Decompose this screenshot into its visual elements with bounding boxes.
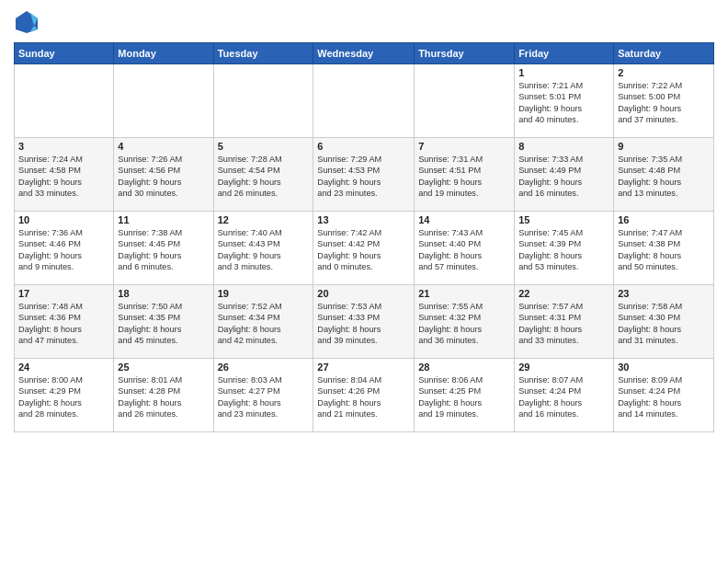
day-info: Sunrise: 7:55 AM Sunset: 4:32 PM Dayligh…: [418, 301, 510, 347]
day-cell: 24Sunrise: 8:00 AM Sunset: 4:29 PM Dayli…: [15, 359, 114, 432]
day-number: 29: [518, 362, 609, 373]
day-info: Sunrise: 7:22 AM Sunset: 5:00 PM Dayligh…: [618, 80, 710, 126]
day-number: 12: [218, 214, 310, 225]
page: SundayMondayTuesdayWednesdayThursdayFrid…: [0, 0, 728, 563]
day-info: Sunrise: 8:09 AM Sunset: 4:24 PM Dayligh…: [618, 374, 710, 420]
day-number: 1: [518, 67, 609, 78]
day-number: 23: [618, 288, 710, 299]
day-number: 30: [618, 362, 710, 373]
day-info: Sunrise: 7:24 AM Sunset: 4:58 PM Dayligh…: [18, 154, 109, 200]
weekday-header-monday: Monday: [114, 43, 213, 64]
day-info: Sunrise: 7:36 AM Sunset: 4:46 PM Dayligh…: [18, 227, 109, 273]
day-info: Sunrise: 7:21 AM Sunset: 5:01 PM Dayligh…: [518, 80, 609, 126]
day-info: Sunrise: 8:07 AM Sunset: 4:24 PM Dayligh…: [518, 374, 609, 420]
day-cell: 28Sunrise: 8:06 AM Sunset: 4:25 PM Dayli…: [415, 359, 515, 432]
day-info: Sunrise: 7:31 AM Sunset: 4:51 PM Dayligh…: [418, 154, 510, 200]
day-info: Sunrise: 8:03 AM Sunset: 4:27 PM Dayligh…: [218, 374, 310, 420]
day-cell: 17Sunrise: 7:48 AM Sunset: 4:36 PM Dayli…: [15, 285, 114, 359]
day-number: 22: [518, 288, 609, 299]
day-info: Sunrise: 7:47 AM Sunset: 4:38 PM Dayligh…: [618, 227, 710, 273]
day-info: Sunrise: 7:40 AM Sunset: 4:43 PM Dayligh…: [218, 227, 310, 273]
day-info: Sunrise: 7:35 AM Sunset: 4:48 PM Dayligh…: [618, 154, 710, 200]
day-cell: 8Sunrise: 7:33 AM Sunset: 4:49 PM Daylig…: [515, 138, 614, 212]
weekday-header-row: SundayMondayTuesdayWednesdayThursdayFrid…: [15, 43, 714, 64]
day-info: Sunrise: 7:52 AM Sunset: 4:34 PM Dayligh…: [218, 301, 310, 347]
weekday-header-tuesday: Tuesday: [213, 43, 313, 64]
day-number: 3: [18, 141, 109, 152]
day-number: 26: [218, 362, 310, 373]
day-number: 27: [317, 362, 410, 373]
day-cell: 23Sunrise: 7:58 AM Sunset: 4:30 PM Dayli…: [614, 285, 714, 359]
day-info: Sunrise: 8:00 AM Sunset: 4:29 PM Dayligh…: [18, 374, 109, 420]
weekday-header-wednesday: Wednesday: [313, 43, 415, 64]
week-row-4: 17Sunrise: 7:48 AM Sunset: 4:36 PM Dayli…: [15, 285, 714, 359]
day-number: 28: [418, 362, 510, 373]
logo-icon: [14, 9, 40, 35]
day-cell: 12Sunrise: 7:40 AM Sunset: 4:43 PM Dayli…: [213, 212, 313, 285]
day-cell: 9Sunrise: 7:35 AM Sunset: 4:48 PM Daylig…: [614, 138, 714, 212]
day-cell: 20Sunrise: 7:53 AM Sunset: 4:33 PM Dayli…: [313, 285, 415, 359]
day-cell: 25Sunrise: 8:01 AM Sunset: 4:28 PM Dayli…: [114, 359, 213, 432]
weekday-header-sunday: Sunday: [15, 43, 114, 64]
day-number: 10: [18, 214, 109, 225]
day-cell: 6Sunrise: 7:29 AM Sunset: 4:53 PM Daylig…: [313, 138, 415, 212]
day-cell: 4Sunrise: 7:26 AM Sunset: 4:56 PM Daylig…: [114, 138, 213, 212]
day-cell: [213, 64, 313, 138]
day-info: Sunrise: 7:45 AM Sunset: 4:39 PM Dayligh…: [518, 227, 609, 273]
day-info: Sunrise: 7:43 AM Sunset: 4:40 PM Dayligh…: [418, 227, 510, 273]
day-number: 15: [518, 214, 609, 225]
day-info: Sunrise: 7:42 AM Sunset: 4:42 PM Dayligh…: [317, 227, 410, 273]
day-cell: 29Sunrise: 8:07 AM Sunset: 4:24 PM Dayli…: [515, 359, 614, 432]
day-cell: [114, 64, 213, 138]
day-cell: 22Sunrise: 7:57 AM Sunset: 4:31 PM Dayli…: [515, 285, 614, 359]
day-cell: [415, 64, 515, 138]
day-info: Sunrise: 7:33 AM Sunset: 4:49 PM Dayligh…: [518, 154, 609, 200]
day-number: 13: [317, 214, 410, 225]
day-info: Sunrise: 8:01 AM Sunset: 4:28 PM Dayligh…: [118, 374, 209, 420]
day-info: Sunrise: 7:53 AM Sunset: 4:33 PM Dayligh…: [317, 301, 410, 347]
day-number: 2: [618, 67, 710, 78]
weekday-header-friday: Friday: [515, 43, 614, 64]
day-cell: 3Sunrise: 7:24 AM Sunset: 4:58 PM Daylig…: [15, 138, 114, 212]
day-cell: 1Sunrise: 7:21 AM Sunset: 5:01 PM Daylig…: [515, 64, 614, 138]
day-cell: 18Sunrise: 7:50 AM Sunset: 4:35 PM Dayli…: [114, 285, 213, 359]
day-number: 19: [218, 288, 310, 299]
day-cell: 5Sunrise: 7:28 AM Sunset: 4:54 PM Daylig…: [213, 138, 313, 212]
day-info: Sunrise: 7:38 AM Sunset: 4:45 PM Dayligh…: [118, 227, 209, 273]
day-cell: 30Sunrise: 8:09 AM Sunset: 4:24 PM Dayli…: [614, 359, 714, 432]
week-row-3: 10Sunrise: 7:36 AM Sunset: 4:46 PM Dayli…: [15, 212, 714, 285]
header: [14, 9, 714, 35]
day-number: 6: [317, 141, 410, 152]
day-cell: 7Sunrise: 7:31 AM Sunset: 4:51 PM Daylig…: [415, 138, 515, 212]
day-info: Sunrise: 7:50 AM Sunset: 4:35 PM Dayligh…: [118, 301, 209, 347]
logo: [14, 9, 43, 35]
day-cell: 27Sunrise: 8:04 AM Sunset: 4:26 PM Dayli…: [313, 359, 415, 432]
day-cell: [313, 64, 415, 138]
weekday-header-thursday: Thursday: [415, 43, 515, 64]
weekday-header-saturday: Saturday: [614, 43, 714, 64]
day-number: 20: [317, 288, 410, 299]
day-cell: 2Sunrise: 7:22 AM Sunset: 5:00 PM Daylig…: [614, 64, 714, 138]
day-cell: 14Sunrise: 7:43 AM Sunset: 4:40 PM Dayli…: [415, 212, 515, 285]
day-cell: 21Sunrise: 7:55 AM Sunset: 4:32 PM Dayli…: [415, 285, 515, 359]
day-cell: 15Sunrise: 7:45 AM Sunset: 4:39 PM Dayli…: [515, 212, 614, 285]
day-info: Sunrise: 7:26 AM Sunset: 4:56 PM Dayligh…: [118, 154, 209, 200]
day-number: 25: [118, 362, 209, 373]
day-cell: 26Sunrise: 8:03 AM Sunset: 4:27 PM Dayli…: [213, 359, 313, 432]
day-number: 18: [118, 288, 209, 299]
day-number: 14: [418, 214, 510, 225]
day-info: Sunrise: 7:57 AM Sunset: 4:31 PM Dayligh…: [518, 301, 609, 347]
day-info: Sunrise: 8:04 AM Sunset: 4:26 PM Dayligh…: [317, 374, 410, 420]
day-cell: 19Sunrise: 7:52 AM Sunset: 4:34 PM Dayli…: [213, 285, 313, 359]
day-cell: 10Sunrise: 7:36 AM Sunset: 4:46 PM Dayli…: [15, 212, 114, 285]
day-number: 4: [118, 141, 209, 152]
day-cell: [15, 64, 114, 138]
day-info: Sunrise: 7:58 AM Sunset: 4:30 PM Dayligh…: [618, 301, 710, 347]
day-info: Sunrise: 7:28 AM Sunset: 4:54 PM Dayligh…: [218, 154, 310, 200]
day-cell: 11Sunrise: 7:38 AM Sunset: 4:45 PM Dayli…: [114, 212, 213, 285]
day-number: 8: [518, 141, 609, 152]
week-row-2: 3Sunrise: 7:24 AM Sunset: 4:58 PM Daylig…: [15, 138, 714, 212]
day-number: 7: [418, 141, 510, 152]
day-number: 21: [418, 288, 510, 299]
day-info: Sunrise: 7:48 AM Sunset: 4:36 PM Dayligh…: [18, 301, 109, 347]
